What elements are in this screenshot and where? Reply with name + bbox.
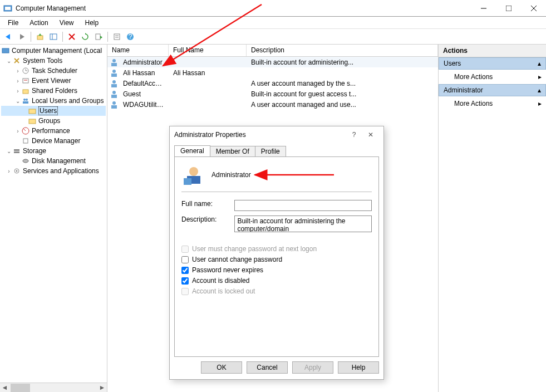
tree-disk-management[interactable]: Disk Management <box>1 156 106 166</box>
ok-button[interactable]: OK <box>201 361 242 374</box>
folder-icon <box>28 116 37 125</box>
back-button[interactable] <box>2 31 14 43</box>
properties-button[interactable] <box>111 31 123 43</box>
menu-file[interactable]: File <box>2 18 24 28</box>
scroll-left-icon[interactable]: ◄ <box>0 383 9 392</box>
chk-disabled[interactable]: Account is disabled <box>181 277 372 285</box>
tree-performance[interactable]: ›Performance <box>1 126 106 136</box>
tree-groups[interactable]: Groups <box>1 116 106 126</box>
collapse-icon[interactable]: ⌄ <box>6 58 12 64</box>
tree-users[interactable]: Users <box>1 106 106 116</box>
minimize-button[interactable] <box>471 0 496 17</box>
app-icon <box>3 4 12 13</box>
svg-point-44 <box>112 70 116 73</box>
cancel-button[interactable]: Cancel <box>247 361 288 374</box>
chk-cannot-change-box[interactable] <box>181 256 189 263</box>
cell-fullname <box>169 62 247 63</box>
list-header: Name Full Name Description <box>107 45 438 57</box>
delete-button[interactable] <box>66 31 78 43</box>
svg-marker-6 <box>6 34 10 40</box>
expand-icon[interactable]: › <box>6 168 12 174</box>
svg-rect-10 <box>50 34 57 40</box>
scroll-thumb[interactable] <box>11 384 30 392</box>
svg-rect-28 <box>23 90 28 94</box>
dialog-titlebar: Administrator Properties ? ✕ <box>170 126 383 143</box>
dialog-username: Administrator <box>211 171 251 179</box>
cell-fullname <box>169 83 247 84</box>
clock-icon <box>21 66 30 75</box>
chevron-right-icon: ▸ <box>538 100 542 107</box>
tab-general[interactable]: General <box>174 145 210 156</box>
refresh-button[interactable] <box>79 31 91 43</box>
up-button[interactable] <box>34 31 46 43</box>
expand-icon[interactable]: › <box>14 88 21 94</box>
actions-more-users[interactable]: More Actions▸ <box>439 70 546 84</box>
collapse-icon[interactable]: ⌄ <box>14 98 21 104</box>
tree-services-apps[interactable]: ›Services and Applications <box>1 166 106 176</box>
fullname-input[interactable] <box>234 200 372 211</box>
collapse-icon: ▴ <box>538 86 541 94</box>
dialog-close-button[interactable]: ✕ <box>362 131 379 139</box>
tab-profile[interactable]: Profile <box>255 146 286 157</box>
list-row[interactable]: AdministratorBuilt-in account for admini… <box>107 57 438 67</box>
maximize-button[interactable] <box>496 0 521 17</box>
list-row[interactable]: Ali HassanAli Hassan <box>107 67 438 78</box>
col-name[interactable]: Name <box>107 45 169 56</box>
tree-hscrollbar[interactable]: ◄ ► <box>0 383 107 392</box>
forward-button[interactable] <box>16 31 28 43</box>
cell-fullname: Ali Hassan <box>169 68 247 77</box>
menu-help[interactable]: Help <box>80 18 105 28</box>
apply-button[interactable]: Apply <box>292 361 333 374</box>
scroll-right-icon[interactable]: ► <box>97 383 107 392</box>
tree-event-viewer[interactable]: ›Event Viewer <box>1 76 106 86</box>
svg-point-46 <box>112 80 116 84</box>
cell-description: A user account managed by the s... <box>247 79 438 88</box>
tree-systools[interactable]: ⌄System Tools <box>1 56 106 66</box>
show-hide-tree-button[interactable] <box>47 31 60 43</box>
list-row[interactable]: WDAGUtility...A user account managed and… <box>107 99 438 110</box>
tree-local-users-groups[interactable]: ⌄Local Users and Groups <box>1 96 106 106</box>
menu-action[interactable]: Action <box>24 18 53 28</box>
export-button[interactable] <box>92 31 105 43</box>
user-icon <box>110 68 119 77</box>
chk-disabled-box[interactable] <box>181 277 189 285</box>
menu-view[interactable]: View <box>54 18 80 28</box>
svg-rect-1 <box>5 7 11 10</box>
chk-never-expires[interactable]: Password never expires <box>181 266 372 274</box>
dialog-help-button2[interactable]: Help <box>338 361 379 374</box>
tree-device-manager[interactable]: Device Manager <box>1 136 106 146</box>
tab-memberof[interactable]: Member Of <box>210 146 255 157</box>
tree-shared-folders[interactable]: ›Shared Folders <box>1 86 106 96</box>
properties-dialog: Administrator Properties ? ✕ General Mem… <box>169 126 384 380</box>
chk-never-expires-box[interactable] <box>181 267 189 274</box>
dialog-title: Administrator Properties <box>174 131 346 139</box>
list-row[interactable]: DefaultAcco...A user account managed by … <box>107 78 438 89</box>
tree-task-scheduler[interactable]: ›Task Scheduler <box>1 66 106 76</box>
svg-point-53 <box>189 167 198 176</box>
close-button[interactable] <box>521 0 546 17</box>
expand-icon[interactable]: › <box>14 68 21 74</box>
tools-icon <box>12 56 21 65</box>
tree-storage[interactable]: ⌄Storage <box>1 146 106 156</box>
actions-more-administrator[interactable]: More Actions▸ <box>439 96 546 111</box>
help-button[interactable]: ? <box>124 31 136 43</box>
chevron-right-icon: ▸ <box>538 73 542 81</box>
collapse-icon: ▴ <box>538 60 541 67</box>
expand-icon[interactable]: › <box>14 128 21 134</box>
actions-section-administrator[interactable]: Administrator▴ <box>439 84 546 96</box>
svg-rect-33 <box>29 119 36 124</box>
dialog-help-button[interactable]: ? <box>346 131 362 139</box>
menubar: File Action View Help <box>0 17 546 29</box>
list-row[interactable]: GuestBuilt-in account for guest access t… <box>107 89 438 99</box>
collapse-icon[interactable]: ⌄ <box>6 148 12 154</box>
chk-cannot-change[interactable]: User cannot change password <box>181 256 372 263</box>
tree-root[interactable]: Computer Management (Local <box>1 46 106 56</box>
storage-icon <box>12 146 21 155</box>
col-description[interactable]: Description <box>247 45 438 56</box>
svg-point-39 <box>23 159 28 163</box>
actions-section-users[interactable]: Users▴ <box>439 57 546 70</box>
col-fullname[interactable]: Full Name <box>169 45 247 56</box>
description-input[interactable] <box>234 215 372 232</box>
services-icon <box>12 166 21 175</box>
expand-icon[interactable]: › <box>14 78 21 84</box>
